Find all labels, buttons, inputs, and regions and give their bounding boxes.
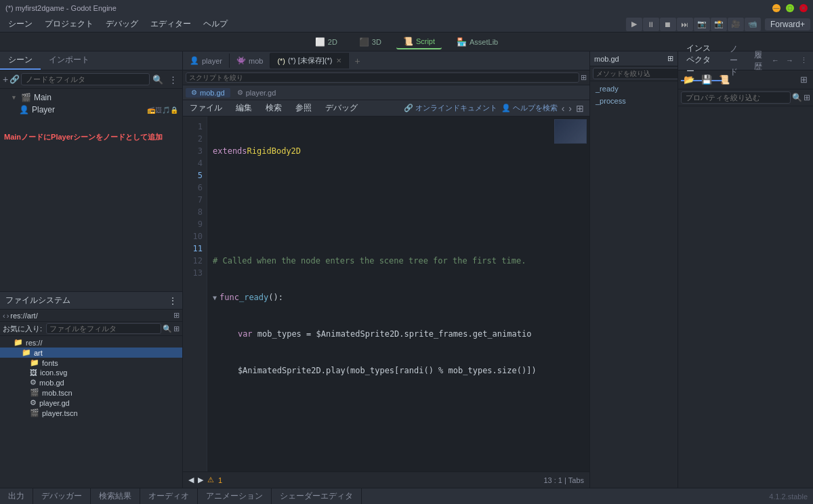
inspector-expand-icon[interactable]: ⊞ — [797, 73, 810, 86]
camera1-button[interactable]: 📷 — [694, 18, 710, 31]
maximize-button[interactable]: □ — [786, 4, 794, 12]
file-tab-mobgd[interactable]: ⚙ mob.gd — [186, 88, 230, 98]
workspace-assetlib[interactable]: 🏪 AssetLib — [450, 35, 505, 49]
method-process[interactable]: _process — [590, 95, 678, 107]
bottom-tab-output[interactable]: 出力 — [0, 488, 33, 504]
menu-reference[interactable]: 参照 — [289, 100, 318, 116]
methods-filter-input[interactable] — [593, 68, 686, 79]
inspector-layout-icon[interactable]: ⊞ — [804, 93, 810, 102]
filesystem-title: ファイルシステム — [5, 295, 70, 306]
inspector-panel: インスペクター ノード 履歴 ← → ⋮ 📂 💾 📜 ⊞ 🔍 ⊞ — [678, 51, 813, 488]
menu-editor[interactable]: エディター — [145, 17, 196, 31]
bookmark-button[interactable]: ⊞ — [576, 103, 584, 114]
camera3-button[interactable]: 🎥 — [728, 18, 744, 31]
help-search-button[interactable]: 👤 ヘルプを検索 — [501, 103, 558, 113]
script-tab-player[interactable]: 👤 player — [183, 54, 230, 68]
fs-item-mobgd[interactable]: ⚙ mob.gd — [0, 377, 182, 387]
player-tab-icon: 👤 — [190, 56, 199, 65]
menu-help[interactable]: ヘルプ — [198, 17, 233, 31]
bottom-tab-shader[interactable]: シェーダーエディタ — [272, 488, 362, 504]
fs-playertscn-icon: 🎬 — [30, 408, 39, 417]
menu-search[interactable]: 検索 — [259, 100, 289, 116]
code-line-7: $AnimatedSprite2D.play(mob_types[randi()… — [213, 364, 584, 377]
file-tab-playergd[interactable]: ⚙ player.gd — [232, 88, 282, 98]
inspector-save-icon[interactable]: 💾 — [699, 73, 715, 86]
menu-edit[interactable]: 編集 — [229, 100, 259, 116]
stop-button[interactable]: ⏹ — [660, 18, 676, 31]
code-editor[interactable]: 1 2 3 4 5 6 7 8 9 10 11 12 13 extends Ri… — [183, 117, 589, 471]
menu-debug-script[interactable]: デバッグ — [318, 100, 364, 116]
pause-button[interactable]: ⏸ — [643, 18, 659, 31]
camera4-button[interactable]: 📹 — [745, 18, 761, 31]
step-button[interactable]: ⏭ — [677, 18, 693, 31]
inspector-back-button[interactable]: ← — [769, 55, 782, 66]
fs-layout-icon[interactable]: ⊞ — [173, 324, 180, 333]
scene-search-icon[interactable]: 🔍 — [151, 72, 165, 86]
workspace-2d[interactable]: ⬜ 2D — [308, 35, 344, 49]
fs-item-playergd[interactable]: ⚙ player.gd — [0, 398, 182, 408]
workspace-script[interactable]: 📜 Script — [396, 35, 442, 49]
forward-button[interactable]: Forward+ — [765, 18, 810, 30]
tab-import[interactable]: インポート — [41, 51, 98, 70]
nav-back-button[interactable]: ‹ — [562, 103, 565, 114]
left-panel-tabs: シーン インポート — [0, 51, 182, 70]
add-script-tab-button[interactable]: + — [349, 53, 365, 69]
script-filter-input[interactable] — [186, 72, 579, 83]
bottom-tab-debugger[interactable]: デバッガー — [33, 488, 91, 504]
fs-item-art[interactable]: 📁 art — [0, 348, 182, 358]
fs-filter-input[interactable] — [46, 323, 161, 334]
fs-item-res[interactable]: 📁 res:// — [0, 337, 182, 348]
bottom-tab-search[interactable]: 検索結果 — [91, 488, 140, 504]
tree-item-main[interactable]: ▼ 🎬 Main — [0, 91, 182, 104]
menu-bar: シーン プロジェクト デバッグ エディター ヘルプ ▶ ⏸ ⏹ ⏭ 📷 📸 🎥 … — [0, 16, 813, 33]
node-filter-input[interactable] — [21, 73, 150, 85]
fs-item-iconsvg[interactable]: 🖼 icon.svg — [0, 368, 182, 377]
inspector-search-icon[interactable]: 🔍 — [792, 93, 802, 102]
fs-forward-button[interactable]: › — [7, 312, 9, 320]
online-doc-button[interactable]: 🔗 オンラインドキュメント — [404, 103, 497, 113]
tree-item-player[interactable]: 👤 Player 📻🖼🎵🔒 — [0, 104, 182, 116]
link-node-button[interactable]: 🔗 — [9, 75, 20, 84]
inspector-load-icon[interactable]: 📂 — [681, 73, 697, 86]
workspace-3d[interactable]: ⬛ 3D — [352, 35, 388, 49]
menu-debug[interactable]: デバッグ — [100, 17, 144, 31]
filesystem-options[interactable]: ⋮ — [169, 296, 177, 306]
inspector-forward-button[interactable]: → — [783, 55, 796, 66]
scroll-right-button[interactable]: ▶ — [198, 476, 203, 484]
bottom-tab-audio[interactable]: オーディオ — [140, 488, 198, 504]
scroll-left-button[interactable]: ◀ — [188, 476, 194, 484]
fs-toggle-button[interactable]: ⊞ — [173, 311, 180, 320]
fs-item-fonts[interactable]: 📁 fonts — [0, 358, 182, 368]
scene-options-icon[interactable]: ⋮ — [166, 72, 180, 86]
bottom-tab-animation[interactable]: アニメーション — [198, 488, 272, 504]
inspector-options-button[interactable]: ⋮ — [797, 55, 810, 66]
code-content[interactable]: extends RigidBody2D # Called when the no… — [207, 117, 589, 471]
code-line-3 — [213, 218, 584, 230]
menu-project[interactable]: プロジェクト — [39, 17, 99, 31]
play-button[interactable]: ▶ — [626, 18, 642, 31]
nav-forward-button[interactable]: › — [568, 103, 572, 114]
close-button[interactable]: ✕ — [799, 4, 808, 12]
close-tab-icon[interactable]: ✕ — [336, 57, 341, 64]
script-tab-unsaved[interactable]: (*) (*) [未保存](*) ✕ — [270, 53, 349, 68]
script-filter-toggle[interactable]: ⊞ — [581, 73, 587, 82]
player-node-icon: 👤 — [19, 105, 29, 114]
method-ready[interactable]: _ready — [590, 83, 678, 95]
app-title: (*) myfirst2dgame - Godot Engine — [5, 4, 117, 12]
inspector-filter-input[interactable] — [681, 91, 791, 104]
script-tab-mob[interactable]: 👾 mob — [230, 54, 270, 68]
menu-scene[interactable]: シーン — [3, 17, 38, 31]
fs-item-playertscn[interactable]: 🎬 player.tscn — [0, 408, 182, 418]
add-node-button[interactable]: + — [3, 74, 8, 85]
fs-back-button[interactable]: ‹ — [3, 312, 5, 320]
menu-file[interactable]: ファイル — [183, 100, 229, 116]
camera2-button[interactable]: 📸 — [711, 18, 727, 31]
inspector-tabs: インスペクター ノード 履歴 ← → ⋮ — [678, 51, 813, 70]
tab-scene[interactable]: シーン — [0, 51, 41, 70]
fs-item-mobtscn[interactable]: 🎬 mob.tscn — [0, 387, 182, 398]
code-editor-container: 1 2 3 4 5 6 7 8 9 10 11 12 13 extends Ri… — [183, 117, 589, 488]
minimize-button[interactable]: — — [772, 4, 780, 12]
inspector-script-icon[interactable]: 📜 — [716, 73, 732, 86]
methods-expand-icon[interactable]: ⊞ — [667, 54, 673, 63]
fs-search-icon[interactable]: 🔍 — [163, 324, 172, 333]
